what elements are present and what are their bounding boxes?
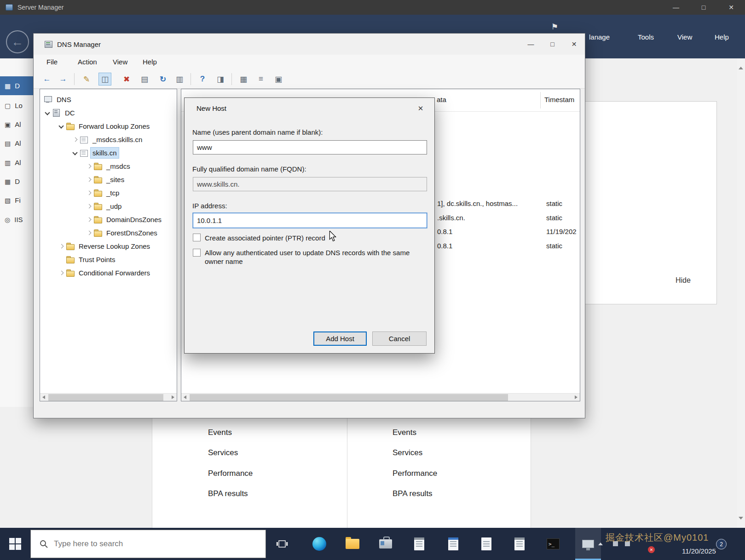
tile-link-bpa-results-2[interactable]: BPA results (393, 489, 433, 498)
toolbar-clipboard-icon[interactable]: ▣ (272, 73, 285, 86)
tree-item-sites[interactable]: _sites (40, 173, 177, 186)
toolbar-back-icon[interactable]: ← (40, 73, 53, 86)
tree-item-reverse-lookup-zones[interactable]: Reverse Lookup Zones (40, 240, 177, 253)
sidebar-item-dns[interactable]: ▦ D (0, 172, 33, 191)
tree-item-dns[interactable]: DNS (40, 93, 177, 106)
search-input[interactable] (54, 539, 238, 549)
record-cell-data[interactable]: .skills.cn. (437, 214, 465, 222)
chevron-right-icon[interactable] (85, 162, 93, 171)
record-cell-timestamp[interactable]: 11/19/202 (546, 228, 577, 235)
cancel-button[interactable]: Cancel (372, 331, 427, 346)
scroll-right-icon[interactable] (572, 394, 580, 401)
scrollbar-thumb[interactable] (190, 394, 508, 401)
vertical-scrollbar[interactable] (737, 58, 745, 528)
toolbar-forward-icon[interactable]: → (57, 73, 69, 86)
scroll-left-icon[interactable] (181, 394, 189, 401)
start-button[interactable] (0, 528, 30, 560)
tree-item-conditional-forwarders[interactable]: Conditional Forwarders (40, 266, 177, 280)
record-cell-timestamp[interactable]: static (546, 214, 562, 222)
column-header-data[interactable]: ata (437, 96, 446, 103)
toolbar-list-icon[interactable]: ≡ (254, 73, 267, 86)
tree-item-skills-cn[interactable]: skills.cn (40, 146, 177, 160)
dialog-close-button[interactable]: ✕ (410, 101, 431, 116)
tree-item-msdcs-skills-cn[interactable]: _msdcs.skills.cn (40, 133, 177, 146)
menu-view[interactable]: View (113, 58, 127, 66)
tile-link-bpa-results[interactable]: BPA results (208, 489, 248, 498)
chevron-right-icon[interactable] (85, 189, 93, 197)
tree-item-msdcs[interactable]: _msdcs (40, 160, 177, 173)
name-input[interactable] (193, 140, 427, 154)
tree-item-trust-points[interactable]: Trust Points (40, 253, 177, 266)
sidebar-item-all-servers[interactable]: ▣ Al (0, 115, 33, 134)
chevron-right-icon[interactable] (71, 136, 80, 144)
taskbar-dns-console-button[interactable] (575, 528, 601, 560)
dns-close-button[interactable]: ✕ (563, 34, 585, 55)
maximize-button[interactable]: □ (690, 0, 717, 15)
tile-link-performance-2[interactable]: Performance (393, 469, 437, 478)
menu-view[interactable]: View (677, 33, 692, 41)
tree-item-forward-lookup-zones[interactable]: Forward Lookup Zones (40, 120, 177, 133)
toolbar-delete-icon[interactable]: ✖ (120, 73, 133, 86)
taskbar-wordpad-button[interactable] (440, 528, 466, 560)
toolbar-export-list-icon[interactable]: ▥ (173, 73, 186, 86)
taskbar-cmd-button[interactable]: >_ (540, 528, 566, 560)
minimize-button[interactable]: — (662, 0, 690, 15)
menu-manage[interactable]: lanage (589, 33, 610, 41)
toolbar-properties-icon[interactable]: ▤ (138, 73, 151, 86)
sidebar-item-iis[interactable]: ◎ IIS (0, 210, 33, 229)
tree-item-domaindnszones[interactable]: DomainDnsZones (40, 213, 177, 226)
taskbar-notepad-button[interactable] (474, 528, 499, 560)
scrollbar-thumb[interactable] (48, 394, 163, 401)
record-cell-timestamp[interactable]: static (546, 242, 562, 250)
sidebar-item-ad-ds[interactable]: ▥ Al (0, 153, 33, 172)
tile-link-services[interactable]: Services (208, 448, 238, 457)
scroll-right-icon[interactable] (169, 394, 177, 401)
sidebar-item-file-storage[interactable]: ▧ Fi (0, 191, 33, 210)
tile-link-events-2[interactable]: Events (393, 428, 416, 437)
toolbar-refresh-icon[interactable]: ↻ (156, 73, 169, 86)
taskbar-search[interactable] (30, 530, 266, 558)
menu-file[interactable]: File (46, 58, 58, 66)
taskbar-app-button[interactable] (406, 528, 432, 560)
scroll-down-icon[interactable] (739, 517, 743, 520)
tree-horizontal-scrollbar[interactable] (40, 393, 177, 401)
ptr-checkbox[interactable] (193, 234, 201, 241)
dns-maximize-button[interactable]: □ (542, 34, 563, 55)
chevron-right-icon[interactable] (58, 242, 66, 251)
column-separator[interactable] (540, 92, 541, 109)
sidebar-item-dashboard[interactable]: ▦ D (0, 76, 33, 95)
tree-item-dc[interactable]: DC (40, 106, 177, 120)
chevron-down-icon[interactable] (58, 122, 66, 131)
toolbar-help-icon[interactable]: ? (196, 73, 209, 86)
tile-link-events[interactable]: Events (208, 428, 232, 437)
toolbar-window-icon[interactable]: ◨ (214, 73, 227, 86)
record-cell-timestamp[interactable]: static (546, 200, 562, 207)
tree-item-forestdnszones[interactable]: ForestDnsZones (40, 226, 177, 240)
notifications-flag-icon[interactable]: ⚑ (551, 22, 558, 32)
tree-item-tcp[interactable]: _tcp (40, 186, 177, 200)
scroll-up-icon[interactable] (739, 67, 743, 69)
toolbar-wizard-icon[interactable]: ✎ (80, 73, 93, 86)
ptr-checkbox-label[interactable]: Create associated pointer (PTR) record (205, 234, 325, 242)
hidden-icons-chevron[interactable] (598, 543, 603, 545)
taskbar-edge-button[interactable] (306, 528, 332, 560)
chevron-right-icon[interactable] (85, 216, 93, 224)
taskbar-journal-button[interactable] (507, 528, 532, 560)
menu-action[interactable]: Action (78, 58, 97, 66)
hide-link[interactable]: Hide (676, 276, 691, 285)
chevron-right-icon[interactable] (85, 176, 93, 184)
notification-center-badge[interactable]: 2 (716, 539, 727, 549)
scroll-left-icon[interactable] (40, 394, 48, 401)
record-cell-data[interactable]: 0.8.1 (437, 242, 452, 250)
back-button[interactable]: ← (6, 30, 29, 53)
clock-date[interactable]: 11/20/2025 (682, 547, 716, 555)
allow-update-checkbox[interactable] (193, 249, 201, 257)
chevron-right-icon[interactable] (58, 269, 66, 277)
add-host-button[interactable]: Add Host (313, 331, 367, 346)
column-header-timestamp[interactable]: Timestam (544, 96, 574, 103)
taskbar-server-manager-button[interactable] (373, 528, 398, 560)
menu-help[interactable]: Help (143, 58, 157, 66)
sidebar-item-local-server[interactable]: ▢ Lo (0, 96, 33, 115)
toolbar-record-icon[interactable]: ▦ (237, 73, 250, 86)
records-horizontal-scrollbar[interactable] (181, 393, 580, 401)
